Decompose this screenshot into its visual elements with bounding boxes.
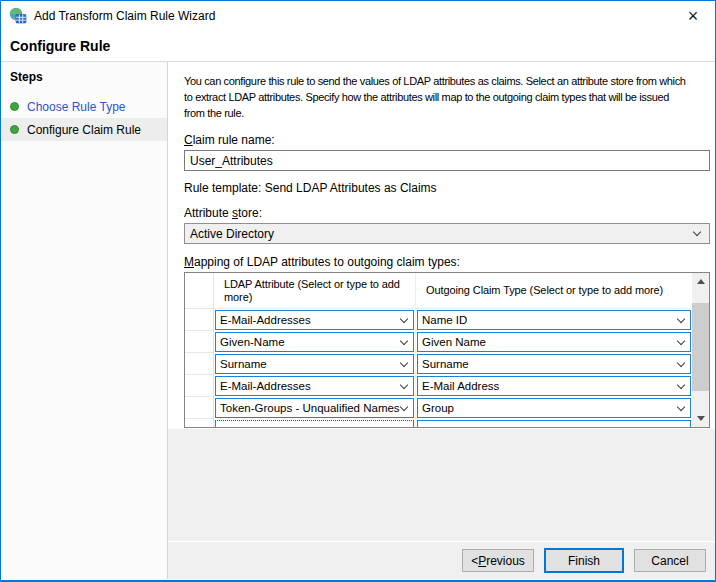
- mapping-label: Mapping of LDAP attributes to outgoing c…: [184, 255, 710, 269]
- window-title: Add Transform Claim Rule Wizard: [34, 9, 679, 23]
- description-line: from the rule.: [184, 105, 710, 121]
- outgoing-claim-type-select[interactable]: Surname: [417, 354, 691, 374]
- wizard-page: You can configure this rule to send the …: [168, 62, 715, 429]
- rule-template-text: Rule template: Send LDAP Attributes as C…: [184, 181, 710, 195]
- claim-rule-wizard-icon: [9, 7, 27, 25]
- dialog-background-filler: [168, 429, 715, 541]
- outgoing-claim-type-select[interactable]: Name ID: [417, 310, 691, 330]
- ldap-attribute-select[interactable]: Surname: [215, 354, 414, 374]
- scroll-down-arrow-icon[interactable]: [692, 410, 709, 427]
- row-selector[interactable]: [185, 375, 213, 397]
- ldap-attribute-select[interactable]: Given-Name: [215, 332, 414, 352]
- scrollbar-thumb[interactable]: [692, 303, 709, 391]
- main-panel: You can configure this rule to send the …: [168, 62, 715, 579]
- step-complete-dot-icon: [10, 102, 19, 111]
- step-label: Configure Claim Rule: [27, 123, 141, 137]
- mapping-row-partial: [214, 419, 692, 427]
- description-line: to extract LDAP attributes. Specify how …: [184, 89, 710, 105]
- attribute-store-select[interactable]: Active Directory: [184, 223, 710, 244]
- claim-rule-name-input[interactable]: [184, 150, 710, 171]
- outgoing-claim-type-select[interactable]: E-Mail Address: [417, 376, 691, 396]
- row-selector[interactable]: [185, 309, 213, 331]
- outgoing-claim-type-select[interactable]: Given Name: [417, 332, 691, 352]
- mapping-row: E-Mail-Addresses Name ID: [214, 309, 692, 331]
- mapping-grid-header: LDAP Attribute (Select or type to add mo…: [214, 273, 692, 309]
- button-bar: < Previous Finish Cancel: [168, 541, 715, 579]
- steps-sidebar: Steps Choose Rule Type Configure Claim R…: [1, 62, 168, 579]
- row-selector[interactable]: [185, 397, 213, 419]
- chevron-down-icon: [693, 228, 701, 236]
- attribute-store-value: Active Directory: [190, 227, 274, 241]
- ldap-attribute-select[interactable]: E-Mail-Addresses: [215, 310, 414, 330]
- chevron-down-icon: [400, 402, 408, 410]
- chevron-down-icon: [677, 336, 685, 344]
- outgoing-claim-type-select[interactable]: [417, 420, 691, 427]
- ldap-attribute-column-header: LDAP Attribute (Select or type to add mo…: [214, 273, 416, 308]
- mapping-table: LDAP Attribute (Select or type to add mo…: [184, 272, 710, 428]
- mapping-row: Given-Name Given Name: [214, 331, 692, 353]
- chevron-down-icon: [400, 358, 408, 366]
- sidebar-item-configure-claim-rule[interactable]: Configure Claim Rule: [1, 118, 167, 141]
- row-selector-column: [185, 273, 214, 427]
- chevron-down-icon: [677, 314, 685, 322]
- description-line: You can configure this rule to send the …: [184, 73, 710, 89]
- chevron-down-icon: [677, 402, 685, 410]
- row-selector[interactable]: [185, 353, 213, 375]
- sidebar-item-choose-rule-type[interactable]: Choose Rule Type: [1, 95, 167, 118]
- finish-button[interactable]: Finish: [544, 548, 624, 573]
- ldap-attribute-select[interactable]: [215, 420, 414, 427]
- step-label: Choose Rule Type: [27, 100, 126, 114]
- chevron-down-icon: [400, 314, 408, 322]
- page-description: You can configure this rule to send the …: [184, 73, 710, 121]
- attribute-store-label: Attribute store:: [184, 206, 710, 220]
- chevron-down-icon: [677, 358, 685, 366]
- outgoing-claim-type-select[interactable]: Group: [417, 398, 691, 418]
- steps-heading: Steps: [1, 70, 167, 85]
- wizard-window: Add Transform Claim Rule Wizard × Config…: [0, 0, 716, 582]
- ldap-attribute-select[interactable]: E-Mail-Addresses: [215, 376, 414, 396]
- mapping-row: E-Mail-Addresses E-Mail Address: [214, 375, 692, 397]
- page-header: Configure Rule: [1, 31, 715, 62]
- scroll-up-arrow-icon[interactable]: [692, 273, 709, 290]
- page-title: Configure Rule: [10, 38, 110, 54]
- chevron-down-icon: [677, 380, 685, 388]
- mapping-row: Token-Groups - Unqualified Names Group: [214, 397, 692, 419]
- close-icon[interactable]: ×: [679, 2, 707, 30]
- step-complete-dot-icon: [10, 125, 19, 134]
- row-selector[interactable]: [185, 331, 213, 353]
- table-vertical-scrollbar[interactable]: [692, 273, 709, 427]
- ldap-attribute-select[interactable]: Token-Groups - Unqualified Names: [215, 398, 414, 418]
- mapping-grid-body: LDAP Attribute (Select or type to add mo…: [214, 273, 692, 427]
- previous-button[interactable]: < Previous: [462, 549, 534, 572]
- chevron-down-icon: [400, 336, 408, 344]
- claim-rule-name-label: Claim rule name:: [184, 133, 710, 147]
- row-selector-header: [185, 273, 213, 309]
- outgoing-claim-type-column-header: Outgoing Claim Type (Select or type to a…: [416, 273, 692, 308]
- title-bar[interactable]: Add Transform Claim Rule Wizard ×: [1, 1, 715, 31]
- mapping-row: Surname Surname: [214, 353, 692, 375]
- cancel-button[interactable]: Cancel: [634, 549, 706, 572]
- chevron-down-icon: [400, 380, 408, 388]
